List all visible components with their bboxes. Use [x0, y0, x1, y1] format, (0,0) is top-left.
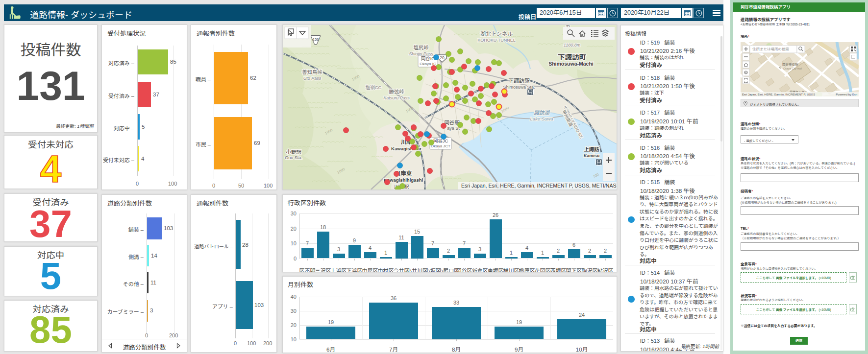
svg-text:Katsuru Pass: Katsuru Pass	[383, 95, 410, 100]
svg-text:塩嶺CC: 塩嶺CC	[366, 85, 382, 90]
svg-text:Uto Pass: Uto Pass	[303, 76, 322, 81]
svg-text:1180.8m: 1180.8m	[564, 43, 581, 47]
svg-text:上諏訪: 上諏訪	[584, 146, 599, 152]
svg-text:湖北トンネル: 湖北トンネル	[480, 31, 513, 37]
svg-text:岡谷JC: 岡谷JC	[433, 138, 448, 143]
svg-text:Okaya JCT: Okaya JCT	[431, 144, 450, 148]
svg-text:住所または場所の検索: 住所または場所の検索	[752, 47, 789, 51]
svg-text:Shimosuwa-Machi: Shimosuwa-Machi	[548, 61, 594, 67]
svg-text:Ono Sta.: Ono Sta.	[285, 155, 302, 160]
svg-text:Lake Suwa: Lake Suwa	[530, 116, 553, 121]
svg-text:KOHOKU TUNNEL: KOHOKU TUNNEL	[477, 38, 515, 43]
svg-text:善知鳥峠: 善知鳥峠	[302, 69, 322, 75]
svg-text:岡谷市役所: 岡谷市役所	[782, 63, 798, 67]
svg-text:下諏訪町: 下諏訪町	[558, 53, 586, 61]
svg-text:下諏訪駅: 下諏訪駅	[508, 78, 530, 84]
svg-text:岡谷IC: 岡谷IC	[421, 56, 435, 61]
svg-text:Okaya City Hall: Okaya City Hall	[783, 67, 802, 70]
svg-text:Powered by Esri: Powered by Esri	[836, 93, 857, 96]
svg-text:塩尻峠: 塩尻峠	[413, 45, 429, 50]
svg-text:Esri Japan, Esri, HERE, Garmin: Esri Japan, Esri, HERE, Garmin, INCREMEN…	[461, 183, 617, 189]
svg-text:小野駅: 小野駅	[286, 149, 301, 155]
svg-text:勝弦峠: 勝弦峠	[389, 89, 404, 94]
svg-text:Kamisu: Kamisu	[584, 153, 600, 158]
svg-text:Esri Japan, Esri, HERE, Garmin: Esri Japan, Esri, HERE, Garmin, INCREMEN…	[742, 93, 815, 96]
svg-text:153: 153	[313, 37, 319, 42]
svg-text:諏訪湖: 諏訪湖	[534, 110, 550, 116]
svg-text:20: 20	[440, 55, 445, 60]
